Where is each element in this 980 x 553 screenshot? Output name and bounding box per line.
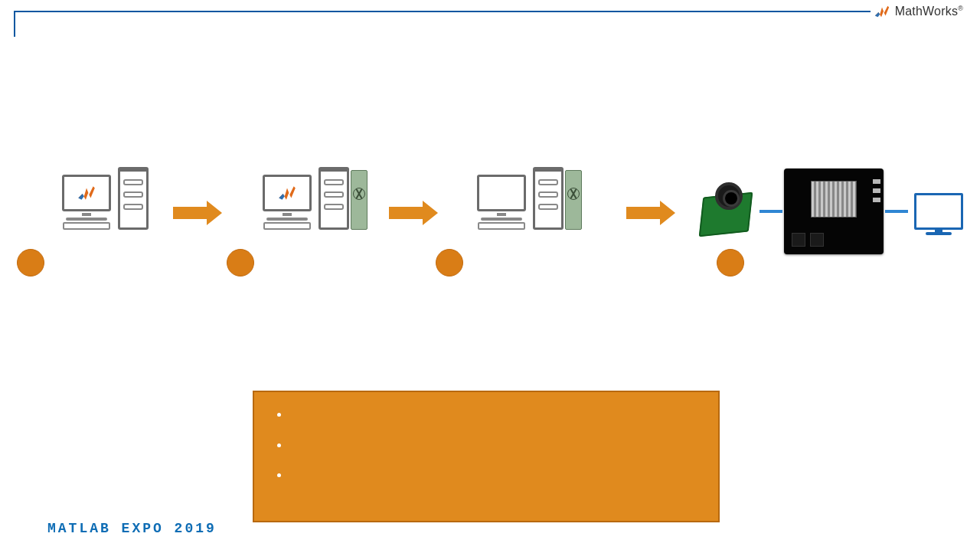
stage-4-embedded-hardware [697,169,963,254]
stage-4-marker [717,249,744,276]
stage-1-desktop [60,167,149,230]
stage-2-marker [227,249,254,276]
keyboard-icon [63,222,110,230]
mathworks-logo-text: MathWorks® [895,5,963,18]
mathworks-icon [874,3,890,20]
stage-3-marker [436,249,463,276]
embedded-board-icon [784,169,884,254]
camera-module-icon [697,181,758,242]
server-tower-icon [318,167,349,230]
callout-item [289,466,698,483]
arrow-right-icon [626,201,675,225]
top-border-corner [14,11,15,37]
matlab-icon [277,183,297,203]
arrow-right-icon [173,201,222,225]
mathworks-logo: MathWorks® [871,3,966,20]
keyboard-icon [263,222,311,230]
gpu-card-icon [351,170,368,230]
display-icon [914,193,963,230]
server-tower-icon [118,167,149,230]
arrow-right-icon [389,201,438,225]
callout-box [253,391,720,522]
top-border [14,11,966,12]
stage-2-desktop-gpu [260,167,368,230]
stage-3-workstation-gpu [475,167,582,230]
gpu-card-icon [565,170,582,230]
server-tower-icon [533,167,564,230]
callout-item [289,437,698,453]
cable-icon [885,210,908,213]
callout-item [289,406,698,423]
monitor-icon [263,175,312,211]
keyboard-icon [478,222,525,230]
monitor-icon [62,175,111,211]
footer-brand: MATLAB EXPO 2019 [47,521,217,536]
cable-icon [760,210,782,213]
monitor-icon [477,175,526,211]
stage-1-marker [17,249,44,276]
matlab-icon [77,183,96,203]
